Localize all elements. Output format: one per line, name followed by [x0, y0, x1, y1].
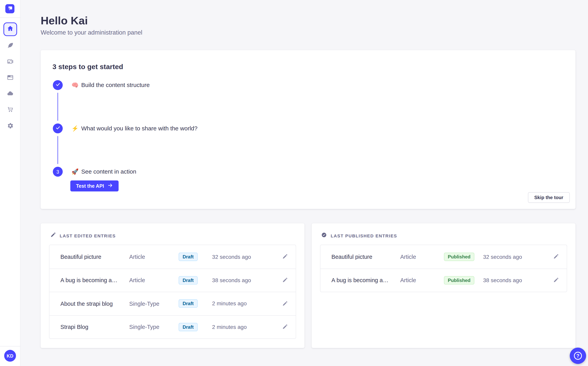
last-published-table: Beautiful picture Article Published 32 s… [320, 245, 567, 292]
status-badge: Draft [179, 299, 197, 308]
check-icon [55, 125, 60, 132]
table-row[interactable]: Beautiful picture Article Published 32 s… [320, 245, 567, 268]
status-badge: Published [444, 276, 474, 284]
step-connector [57, 93, 58, 121]
sidebar-item-media-library[interactable] [7, 58, 14, 65]
table-row[interactable]: Strapi Blog Single-Type Draft 2 minutes … [49, 315, 296, 338]
edit-pencil-icon[interactable] [279, 254, 290, 259]
check-icon [55, 82, 60, 89]
skip-tour-button[interactable]: Skip the tour [528, 192, 570, 203]
step-3-number: 3 [53, 167, 63, 176]
status-badge: Published [444, 252, 474, 261]
last-edited-table: Beautiful picture Article Draft 32 secon… [49, 245, 296, 339]
sidebar-item-cloud[interactable] [7, 90, 14, 97]
cart-icon [7, 106, 14, 113]
question-mark-icon: ? [574, 352, 582, 360]
rocket-emoji-icon: 🚀 [71, 168, 78, 175]
table-row[interactable]: A bug is becoming a… Article Published 3… [320, 268, 567, 292]
edit-pencil-icon[interactable] [279, 277, 290, 283]
avatar-initials: KD [7, 353, 14, 358]
step-connector [57, 136, 58, 164]
test-api-button[interactable]: Test the API [70, 180, 118, 191]
help-button[interactable]: ? [570, 348, 586, 364]
check-circle-icon [321, 232, 327, 239]
main-content: Hello Kai Welcome to your administration… [20, 0, 588, 366]
last-published-header: LAST PUBLISHED ENTRIES [321, 232, 397, 239]
step-2-label: ⚡ What would you like to share with the … [71, 123, 198, 133]
gear-icon [7, 122, 14, 129]
last-published-title: LAST PUBLISHED ENTRIES [331, 233, 397, 238]
edit-pencil-icon[interactable] [550, 277, 561, 283]
edit-pencil-icon[interactable] [279, 324, 290, 330]
edit-pencil-icon[interactable] [550, 254, 561, 259]
step-1-label: 🧠 Build the content structure [71, 80, 150, 90]
last-published-panel: LAST PUBLISHED ENTRIES Beautiful picture… [312, 223, 575, 348]
home-icon [7, 25, 14, 34]
sidebar-item-settings[interactable] [7, 122, 14, 129]
strapi-logo-glyph [8, 7, 12, 11]
last-edited-header: LAST EDITED ENTRIES [50, 232, 116, 239]
cloud-icon [7, 90, 14, 97]
status-badge: Draft [179, 276, 197, 284]
sidebar-item-content-type-builder[interactable] [7, 74, 14, 81]
last-edited-title: LAST EDITED ENTRIES [60, 233, 116, 238]
entries-panels: LAST EDITED ENTRIES Beautiful picture Ar… [41, 223, 575, 348]
strapi-admin-home: KD Hello Kai Welcome to your administrat… [0, 0, 588, 366]
sidebar-item-home[interactable] [3, 22, 17, 36]
step-1-check [53, 80, 63, 90]
brain-emoji-icon: 🧠 [71, 82, 78, 89]
last-edited-panel: LAST EDITED ENTRIES Beautiful picture Ar… [41, 223, 304, 348]
lightning-emoji-icon: ⚡ [71, 125, 78, 132]
table-row[interactable]: A bug is becoming a… Article Draft 38 se… [49, 268, 296, 292]
feather-icon [7, 42, 14, 49]
sidebar-item-content-manager[interactable] [7, 42, 14, 49]
sidebar-divider-top [0, 17, 20, 18]
status-badge: Draft [179, 252, 197, 261]
pictures-icon [7, 58, 14, 65]
page-subtitle: Welcome to your administration panel [41, 29, 142, 36]
avatar[interactable]: KD [4, 350, 16, 362]
step-3-label: 🚀 See content in action [71, 167, 136, 176]
sidebar: KD [0, 0, 20, 366]
step-2-check [53, 123, 63, 133]
table-row[interactable]: About the strapi blog Single-Type Draft … [49, 292, 296, 315]
strapi-logo-icon[interactable] [5, 4, 14, 13]
status-badge: Draft [179, 323, 197, 331]
table-row[interactable]: Beautiful picture Article Draft 32 secon… [49, 245, 296, 268]
onboarding-title: 3 steps to get started [53, 63, 123, 71]
onboarding-card: 3 steps to get started 🧠 Build the conte… [41, 50, 575, 209]
sidebar-divider-bottom [0, 346, 20, 347]
arrow-right-icon [108, 183, 113, 189]
pencil-icon [50, 232, 56, 239]
sidebar-item-marketplace[interactable] [7, 106, 14, 113]
page-title: Hello Kai [41, 15, 88, 27]
edit-pencil-icon[interactable] [279, 301, 290, 306]
layout-icon [7, 74, 14, 81]
